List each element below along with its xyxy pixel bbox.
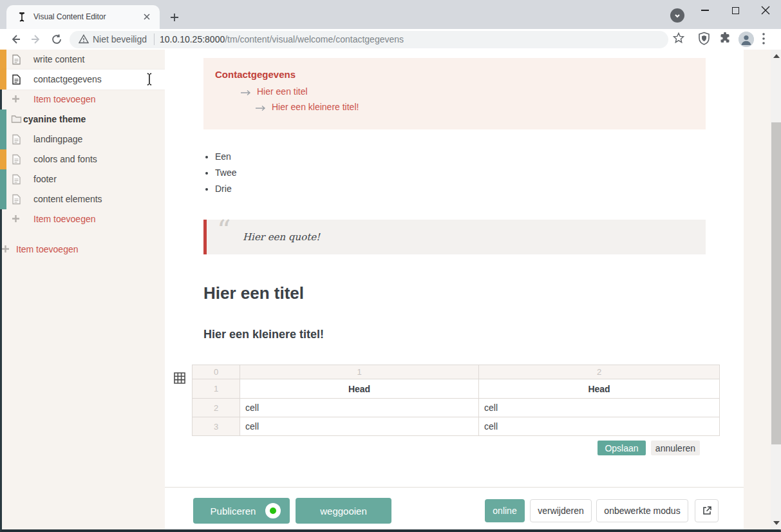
folder-icon	[11, 114, 22, 125]
profile-avatar[interactable]	[739, 32, 754, 47]
bookmark-star-icon[interactable]	[672, 32, 685, 47]
toc-link-label: Hier een titel	[257, 86, 308, 97]
window-minimize-button[interactable]	[690, 0, 720, 21]
discard-button[interactable]: weggooien	[296, 498, 391, 524]
publish-button-label: Publiceren	[211, 506, 256, 517]
content-tree-sidebar: write content contactgegevens Item toevo…	[2, 50, 165, 529]
toc-link-titel[interactable]: Hier een titel	[240, 86, 308, 98]
sidebar-item-colors-and-fonts[interactable]: colors and fonts	[2, 149, 165, 169]
sidebar-item-label: colors and fonts	[33, 154, 97, 164]
table-cell[interactable]: cell	[479, 399, 720, 417]
sidebar-item-content-elements[interactable]: content elements	[2, 189, 165, 209]
extensions-puzzle-icon[interactable]	[719, 32, 731, 47]
address-bar[interactable]: Niet beveiligd 10.0.10.25:8000/tm/conten…	[70, 31, 668, 48]
document-icon	[11, 134, 22, 145]
arrow-right-icon	[255, 103, 267, 113]
table-row-number[interactable]: 2	[193, 399, 240, 417]
table-column-header-row: 0 1 2	[193, 365, 720, 379]
url-divider	[154, 33, 155, 45]
forward-button[interactable]	[28, 31, 44, 48]
sidebar-item-cyanine-theme[interactable]: cyanine theme	[2, 109, 165, 129]
sidebar-item-contactgegevens[interactable]: contactgegevens	[2, 70, 165, 90]
browser-menu-icon[interactable]	[762, 33, 765, 47]
page-scrollbar[interactable]	[771, 50, 781, 529]
tab-close-icon[interactable]	[142, 12, 152, 22]
document-icon	[11, 194, 22, 205]
document-icon	[11, 154, 22, 165]
sidebar-item-label: write content	[33, 54, 84, 64]
url-text[interactable]: 10.0.10.25:8000/tm/content/visual/welcom…	[160, 34, 404, 44]
delete-button[interactable]: verwijderen	[530, 499, 592, 522]
bullet-list[interactable]: Een Twee Drie	[215, 151, 236, 200]
sidebar-item-label: Item toevoegen	[33, 214, 96, 224]
online-status-button[interactable]: online	[485, 499, 525, 522]
table-row-number[interactable]: 1	[193, 379, 240, 399]
scroll-down-arrow-icon[interactable]	[773, 521, 780, 525]
browser-update-icon[interactable]	[670, 8, 684, 23]
quote-text: Hier een quote!	[243, 231, 320, 243]
shield-extension-icon[interactable]	[698, 32, 710, 48]
sidebar-item-write-content[interactable]: write content	[2, 50, 165, 70]
status-bar-teal	[0, 109, 6, 129]
sidebar-item-label: contactgegevens	[33, 74, 102, 84]
list-item: Een	[215, 151, 236, 162]
publish-button[interactable]: Publiceren	[193, 498, 290, 524]
new-tab-button[interactable]	[169, 12, 180, 23]
status-bar-orange	[0, 70, 6, 90]
scroll-up-arrow-icon[interactable]	[773, 54, 780, 58]
contact-header-block[interactable]: Contactgegevens Hier een titel Hier een …	[203, 58, 706, 129]
table-row: 1 Head Head	[193, 379, 720, 399]
table-row-number[interactable]: 3	[193, 417, 240, 436]
action-footer-bar: Publiceren weggooien online verwijderen …	[165, 487, 744, 529]
favicon-icon	[17, 12, 27, 22]
browser-tab[interactable]: Visual Content Editor	[6, 5, 160, 29]
toc-link-kleinere-titel[interactable]: Hier een kleinere titel!	[255, 102, 359, 113]
list-item: Twee	[215, 167, 236, 178]
scrollbar-thumb[interactable]	[771, 122, 781, 444]
plus-icon	[11, 94, 22, 105]
open-external-button[interactable]	[695, 499, 719, 522]
sidebar-item-label: content elements	[33, 194, 102, 204]
heading-large[interactable]: Hier een titel	[203, 283, 304, 303]
heading-small[interactable]: Hier een kleinere titel!	[203, 328, 324, 341]
raw-mode-button[interactable]: onbewerkte modus	[596, 499, 688, 522]
window-titlebar: Visual Content Editor	[0, 0, 781, 29]
browser-toolbar: Niet beveiligd 10.0.10.25:8000/tm/conten…	[0, 29, 781, 50]
table-corner-cell[interactable]: 0	[193, 365, 240, 379]
back-button[interactable]	[7, 31, 24, 48]
reload-button[interactable]	[48, 31, 65, 48]
editor-main: Contactgegevens Hier een titel Hier een …	[165, 50, 744, 529]
sidebar-item-landingpage[interactable]: landingpage	[2, 129, 165, 149]
content-table[interactable]: 0 1 2 1 Head Head 2 cell cell 3 cell cel…	[192, 365, 720, 436]
status-bar-teal	[0, 129, 6, 149]
sidebar-add-item-button[interactable]: Item toevoegen	[2, 209, 165, 229]
table-cell[interactable]: Head	[479, 379, 720, 399]
sidebar-item-label: Item toevoegen	[33, 94, 96, 104]
table-cell[interactable]: cell	[240, 399, 479, 417]
security-label[interactable]: Niet beveiligd	[93, 34, 147, 44]
arrow-right-icon	[240, 88, 252, 98]
sidebar-item-label: Item toevoegen	[16, 244, 79, 254]
document-icon	[11, 54, 22, 65]
table-cell[interactable]: cell	[479, 417, 720, 436]
url-host: 10.0.10.25:8000	[160, 34, 225, 44]
table-row: 3 cell cell	[193, 417, 720, 436]
table-cell[interactable]: Head	[240, 379, 479, 399]
window-close-button[interactable]	[751, 0, 780, 21]
quote-block[interactable]: “ Hier een quote!	[203, 220, 706, 254]
table-cell[interactable]: cell	[240, 417, 479, 436]
sidebar-add-item-button[interactable]: Item toevoegen	[2, 90, 165, 109]
visual-content-editor-app: write content contactgegevens Item toevo…	[0, 50, 781, 532]
cancel-button[interactable]: annuleren	[651, 441, 700, 455]
table-grid-icon[interactable]	[173, 372, 186, 385]
sidebar-item-label: cyanine theme	[23, 114, 86, 124]
window-maximize-button[interactable]	[720, 0, 750, 21]
sidebar-root-add-item-button[interactable]: Item toevoegen	[2, 240, 165, 260]
table-col-header[interactable]: 2	[479, 365, 720, 379]
save-button[interactable]: Opslaan	[598, 441, 646, 455]
not-secure-warning-icon[interactable]	[79, 34, 89, 46]
status-bar-orange	[0, 149, 6, 169]
plus-icon	[11, 214, 22, 225]
table-col-header[interactable]: 1	[240, 365, 479, 379]
sidebar-item-footer[interactable]: footer	[2, 169, 165, 189]
